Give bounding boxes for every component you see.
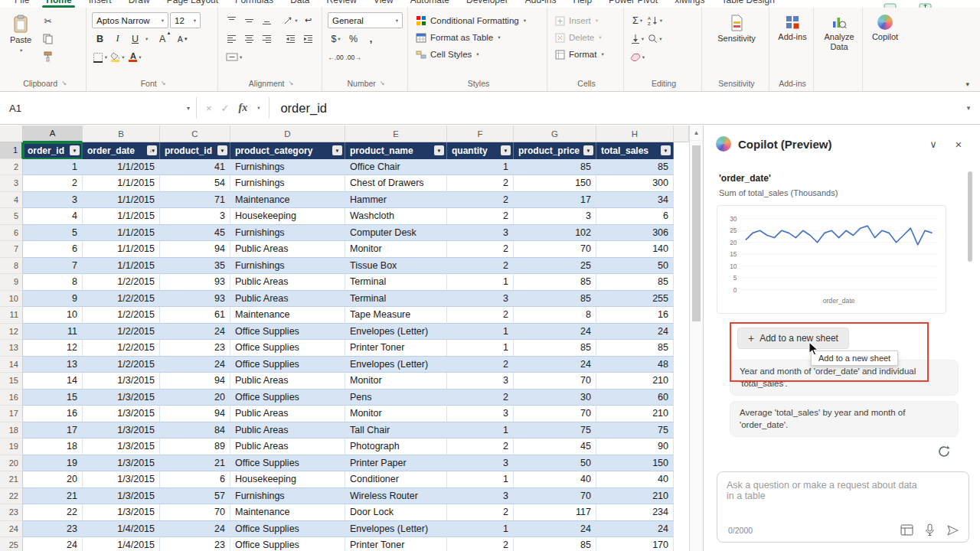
cell[interactable]: 1/3/2015 xyxy=(83,455,160,472)
cell[interactable]: Furnishings xyxy=(230,488,345,505)
cell[interactable]: Hammer xyxy=(345,192,447,209)
cell[interactable]: 94 xyxy=(160,241,230,258)
cell[interactable]: Office Supplies xyxy=(230,357,345,373)
cell[interactable]: Chest of Drawers xyxy=(345,175,447,192)
cancel-icon[interactable]: × xyxy=(206,103,212,114)
cell[interactable]: 2 xyxy=(447,390,514,406)
cell[interactable]: Public Areas xyxy=(230,291,345,308)
ribbon-tab-review[interactable]: Review xyxy=(318,0,364,8)
dialog-launcher[interactable]: ↘ xyxy=(61,80,67,86)
cell[interactable]: 70 xyxy=(514,406,596,422)
dialog-launcher[interactable]: ↘ xyxy=(289,80,294,86)
ribbon-tab-automate[interactable]: Automate xyxy=(402,0,458,8)
cell[interactable]: Envelopes (Letter) xyxy=(345,357,447,373)
cell[interactable]: Tape Measure xyxy=(345,307,447,324)
row-number[interactable]: 8 xyxy=(0,258,23,275)
cell[interactable]: Public Areas xyxy=(230,241,345,258)
close-icon[interactable]: × xyxy=(949,138,968,151)
send-icon[interactable] xyxy=(946,524,959,536)
sensitivity-button[interactable]: Sensitivity xyxy=(714,12,759,77)
cell[interactable]: Monitor xyxy=(345,373,447,390)
cell[interactable]: 1/3/2015 xyxy=(83,406,160,422)
scrollbar-thumb[interactable] xyxy=(692,145,701,321)
dialog-launcher[interactable]: ↘ xyxy=(161,80,166,86)
ribbon-tab-formulas[interactable]: Formulas xyxy=(227,0,282,8)
cell[interactable]: 1/1/2015 xyxy=(83,241,160,258)
cell[interactable]: 24 xyxy=(596,521,674,538)
cell[interactable]: Public Areas xyxy=(230,274,345,291)
cell[interactable]: 1/2/2015 xyxy=(83,324,160,341)
cell[interactable]: 2 xyxy=(447,208,514,225)
cell[interactable]: Envelopes (Letter) xyxy=(345,521,447,538)
cell[interactable]: 2 xyxy=(447,537,514,551)
insert-cells-button[interactable]: Insert▾ xyxy=(553,12,620,29)
row-number[interactable]: 12 xyxy=(0,324,23,341)
cell-styles-button[interactable]: Cell Styles▾ xyxy=(413,46,544,63)
row-number[interactable]: 18 xyxy=(0,422,23,439)
cell[interactable]: Tall Chair xyxy=(345,422,447,439)
cell[interactable]: 40 xyxy=(596,471,674,488)
cell[interactable]: 19 xyxy=(23,455,83,472)
cell[interactable]: 20 xyxy=(160,390,230,406)
cell[interactable]: Public Areas xyxy=(230,439,345,455)
filter-button[interactable]: ▾ xyxy=(332,145,342,155)
chevron-down-icon[interactable]: ∨ xyxy=(924,139,942,150)
cell[interactable]: 8 xyxy=(23,274,83,291)
cell[interactable]: 2 xyxy=(447,504,514,521)
cell[interactable]: 75 xyxy=(514,422,596,439)
bold-button[interactable]: B xyxy=(92,31,108,47)
cell[interactable]: Maintenance xyxy=(230,504,345,521)
accounting-format-button[interactable]: $▾ xyxy=(328,31,344,47)
number-format-select[interactable]: General▾ xyxy=(328,12,403,28)
cell[interactable]: 85 xyxy=(514,291,596,308)
cell[interactable]: 21 xyxy=(160,455,230,472)
cell[interactable]: 2 xyxy=(447,241,514,258)
row-number[interactable]: 11 xyxy=(0,307,23,324)
cell[interactable]: 1/2/2015 xyxy=(83,274,160,291)
cell[interactable]: Public Areas xyxy=(230,406,345,422)
cell[interactable]: 3 xyxy=(447,291,514,308)
cell[interactable]: 12 xyxy=(23,340,83,357)
cell[interactable]: 117 xyxy=(514,504,596,521)
cell[interactable]: Office Supplies xyxy=(230,324,345,341)
decrease-indent-button[interactable] xyxy=(283,31,299,47)
cell[interactable]: 17 xyxy=(514,192,596,209)
cell[interactable]: 89 xyxy=(160,439,230,455)
copilot-button[interactable]: Copilot xyxy=(869,12,901,77)
microphone-icon[interactable] xyxy=(925,523,935,536)
cell[interactable]: 150 xyxy=(514,175,596,192)
orientation-button[interactable]: ▾ xyxy=(283,12,299,28)
cell[interactable]: 50 xyxy=(596,258,674,275)
increase-decimal-button[interactable]: ←.00 xyxy=(328,49,344,65)
cell[interactable]: 306 xyxy=(596,225,674,242)
comments-icon[interactable] xyxy=(884,1,897,8)
cell[interactable]: 85 xyxy=(514,274,596,291)
cell[interactable]: Printer Paper xyxy=(345,455,447,472)
decrease-decimal-button[interactable]: .00→ xyxy=(345,49,361,65)
row-number[interactable]: 24 xyxy=(0,521,23,538)
cell[interactable]: 170 xyxy=(596,537,674,551)
insert-function-icon[interactable]: fx xyxy=(239,102,248,114)
cell[interactable]: 7 xyxy=(23,258,83,275)
table-header-cell[interactable]: order_date↓▾ xyxy=(83,142,160,159)
column-letter[interactable]: F xyxy=(447,126,514,142)
cell[interactable]: 24 xyxy=(160,357,230,373)
cell[interactable]: 90 xyxy=(596,439,674,455)
cell[interactable]: 1/2/2015 xyxy=(83,307,160,324)
font-name-select[interactable]: Aptos Narrow▾ xyxy=(92,12,168,28)
filter-button[interactable]: ▾ xyxy=(501,145,511,155)
cell[interactable]: 255 xyxy=(596,291,674,308)
cell[interactable]: 8 xyxy=(514,307,596,324)
cell[interactable]: 2 xyxy=(447,357,514,373)
share-icon[interactable] xyxy=(919,1,933,8)
ribbon-tab-xlwings[interactable]: xlwings xyxy=(666,0,713,8)
row-number[interactable]: 10 xyxy=(0,291,23,308)
row-number[interactable]: 15 xyxy=(0,373,23,390)
cell[interactable]: 1 xyxy=(447,324,514,341)
table-header-cell[interactable]: product_category▾ xyxy=(230,142,345,159)
font-size-select[interactable]: 12▾ xyxy=(170,12,201,28)
cell[interactable]: 23 xyxy=(23,521,83,538)
cell[interactable]: 24 xyxy=(596,324,674,341)
cell[interactable]: 85 xyxy=(596,340,674,357)
cell[interactable]: 93 xyxy=(160,274,230,291)
